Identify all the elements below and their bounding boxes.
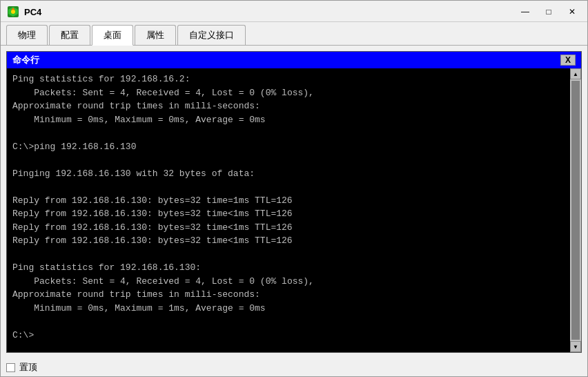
tab-properties[interactable]: 属性: [135, 25, 176, 45]
window-title: PC4: [24, 7, 516, 17]
window-controls: — □ ✕: [516, 5, 582, 19]
pin-checkbox[interactable]: [6, 363, 15, 372]
status-bar: 置顶: [1, 358, 587, 376]
cmd-body-wrapper: Ping statistics for 192.168.16.2: Packet…: [7, 68, 581, 352]
tabs-bar: 物理 配置 桌面 属性 自定义接口: [1, 22, 587, 46]
minimize-button[interactable]: —: [516, 5, 535, 19]
tab-physics[interactable]: 物理: [6, 25, 48, 45]
main-window: PC4 — □ ✕ 物理 配置 桌面 属性 自定义接口 命令行 X: [0, 0, 588, 377]
scrollbar-down-button[interactable]: ▼: [570, 341, 581, 352]
cmd-output[interactable]: Ping statistics for 192.168.16.2: Packet…: [7, 68, 570, 352]
cmd-close-button[interactable]: X: [560, 55, 576, 66]
title-bar: PC4 — □ ✕: [1, 1, 587, 22]
tab-desktop[interactable]: 桌面: [92, 25, 133, 46]
tab-config[interactable]: 配置: [49, 25, 90, 45]
cmd-title-bar: 命令行 X: [7, 52, 581, 68]
svg-point-2: [11, 10, 15, 14]
pin-label: 置顶: [19, 361, 37, 374]
cmd-scrollbar: ▲ ▼: [570, 68, 581, 352]
cmd-window: 命令行 X Ping statistics for 192.168.16.2: …: [6, 51, 582, 353]
scrollbar-up-button[interactable]: ▲: [570, 68, 581, 79]
close-button[interactable]: ✕: [562, 5, 582, 19]
cmd-title: 命令行: [12, 54, 39, 66]
tab-custom-interface[interactable]: 自定义接口: [177, 25, 246, 45]
scrollbar-thumb[interactable]: [571, 81, 580, 340]
app-icon: [6, 5, 20, 19]
content-area: 命令行 X Ping statistics for 192.168.16.2: …: [1, 46, 587, 358]
maximize-button[interactable]: □: [539, 5, 558, 19]
